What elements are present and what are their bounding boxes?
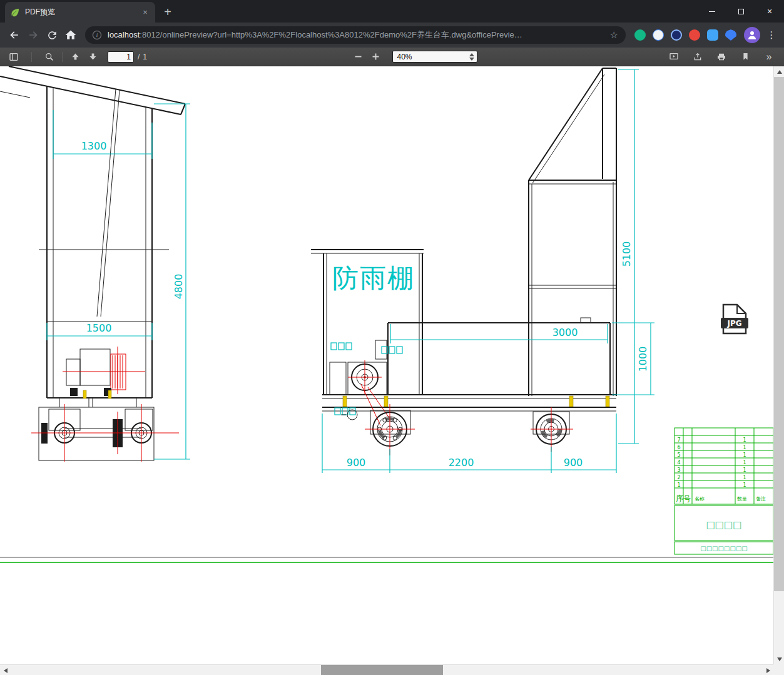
home-button[interactable] [61,26,80,44]
arrow-left-icon [4,668,8,673]
open-file-button[interactable] [689,49,706,64]
url-bar[interactable]: i localhost:8012/onlinePreview?url=http%… [85,26,626,44]
zoom-out-button[interactable] [350,49,367,64]
forward-button[interactable] [24,26,43,44]
presentation-mode-button[interactable] [665,49,683,64]
row-no: 2 [677,475,680,480]
minus-icon [354,52,363,61]
download-bookmark-button[interactable] [736,49,754,64]
presentation-icon [669,52,679,62]
header-remark: 备注 [756,496,766,502]
dim-1000: 1000 [637,347,649,372]
dim-3000: 3000 [552,327,578,338]
print-button[interactable] [713,49,730,64]
extension-icon-3[interactable] [671,29,682,41]
header-no: 序号 [676,494,691,503]
scroll-down-button[interactable] [774,654,784,664]
dim-900-left: 900 [347,457,366,469]
extension-icon-6[interactable] [725,29,736,41]
arrow-down-icon [777,657,782,661]
close-button[interactable]: × [755,0,784,23]
url-text: localhost:8012/onlinePreview?url=http%3A… [108,29,605,41]
row-qty: 1 [743,460,746,465]
front-view-dimensions: 防雨棚 3000 1000 5100 900 2200 900 [322,69,654,473]
header-qty: 数量 [737,496,747,502]
vertical-scrollbar[interactable] [773,66,784,664]
browser-menu-button[interactable]: ⋮ [764,29,779,41]
bookmark-star-icon[interactable]: ☆ [610,29,618,41]
home-icon [64,29,77,41]
row-qty: 1 [743,437,746,443]
profile-avatar[interactable] [744,27,760,43]
dim-2200: 2200 [449,457,474,469]
open-file-icon [693,52,703,62]
scroll-right-button[interactable] [763,665,773,675]
horizontal-scrollbar-thumb[interactable] [321,665,443,675]
horizontal-scrollbar[interactable] [0,664,773,675]
back-arrow-icon [8,29,21,41]
minimize-icon [709,11,715,12]
plus-icon [371,52,380,61]
extension-icon-5[interactable] [707,29,718,41]
extension-icon-1[interactable] [634,29,646,41]
maximize-button[interactable] [726,0,755,23]
extension-icon-4[interactable] [689,29,700,41]
more-tools-button[interactable]: » [760,49,778,64]
page-count: /1 [138,53,147,61]
scroll-left-button[interactable] [0,665,11,675]
page-info-icon[interactable]: i [93,31,101,39]
row-no: 3 [677,467,680,473]
dim-5100: 5100 [621,241,633,267]
extensions-row [634,29,736,41]
row-no: 7 [677,437,680,443]
zoom-in-button[interactable] [367,49,385,64]
header-name: 名称 [695,496,705,502]
vertical-scrollbar-thumb[interactable] [774,77,784,591]
browser-tab[interactable]: PDF预览 × [5,2,155,23]
next-page-button[interactable] [84,49,101,64]
maximize-icon [738,9,744,14]
forward-arrow-icon [27,29,39,41]
search-icon [44,52,54,62]
cad-drawing: 1300 4800 1500 [0,66,773,664]
zoom-value: 40% [397,53,412,61]
pdf-page: 1300 4800 1500 [0,66,784,675]
browser-navbar: i localhost:8012/onlinePreview?url=http%… [0,23,784,48]
arrow-up-icon [71,52,80,61]
row-qty: 1 [743,452,746,458]
title-block: 7 1 6 1 5 1 4 1 3 1 2 1 1 1 序号 名称 数量 备注 … [675,428,773,554]
url-path: :8012/onlinePreview?url=http%3A%2F%2Floc… [140,30,522,39]
dim-4800: 4800 [173,274,185,300]
row-qty: 1 [743,482,746,488]
scrollbar-corner [773,664,784,675]
jpg-file-icon: JPG [721,305,748,333]
browser-titlebar: PDF预览 × + × [0,0,784,23]
reload-button[interactable] [43,26,61,44]
page-number-input[interactable] [108,51,134,63]
arrow-right-icon [766,668,770,673]
side-view-geometry [0,66,185,462]
zoom-select[interactable]: 40% [392,51,477,63]
jpg-label: JPG [726,319,741,328]
previous-page-button[interactable] [66,49,84,64]
row-no: 5 [677,452,680,458]
row-no: 4 [677,460,680,465]
row-no: 1 [677,482,680,488]
titleblock-footer: □□□□□□□□ [700,545,748,552]
leaf-favicon-icon [10,8,20,18]
reload-icon [46,29,58,41]
row-no: 6 [677,445,680,450]
sidebar-toggle-button[interactable] [5,49,23,64]
dim-1500: 1500 [86,322,112,334]
minimize-button[interactable] [698,0,726,23]
tab-close-icon[interactable]: × [140,8,150,18]
extension-icon-2[interactable] [653,29,664,41]
dim-1300: 1300 [81,140,107,152]
find-button[interactable] [41,49,58,64]
back-button[interactable] [5,26,24,44]
toolbar-separator [62,52,63,62]
new-tab-button[interactable]: + [159,3,176,21]
sidebar-icon [9,52,19,62]
person-icon [746,29,758,41]
scroll-up-button[interactable] [774,66,784,77]
